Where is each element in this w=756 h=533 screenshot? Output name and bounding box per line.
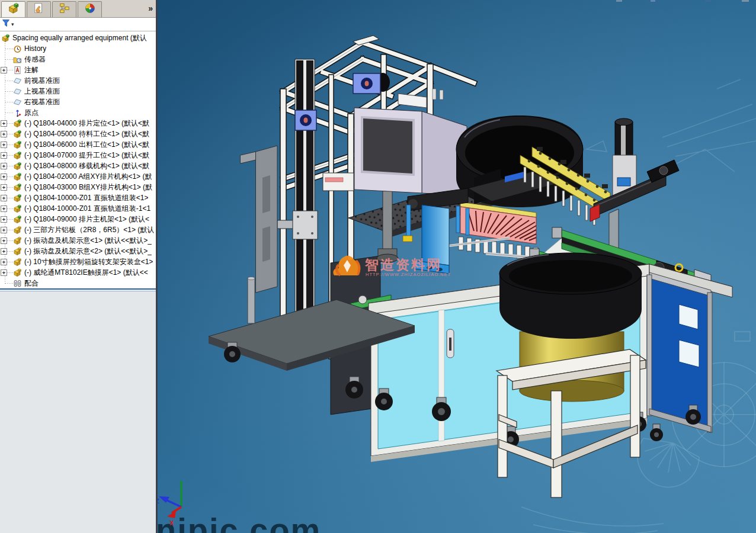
tree-expand-toggle[interactable]: +: [1, 152, 7, 159]
asm-yellow-icon: [13, 268, 22, 277]
tree-item[interactable]: +(-) 三部方片铝板（2R8，6R5）<1> (默认: [0, 224, 156, 235]
tree-item[interactable]: 传感器: [0, 54, 156, 65]
tree-connector: [5, 81, 13, 81]
panel-empty-area: [0, 292, 156, 533]
asm-green-icon: [13, 119, 22, 128]
tree-expand-toggle[interactable]: +: [1, 206, 7, 212]
tree-item[interactable]: +(-) Q1804-07000 提升工位<1> (默认<默: [0, 150, 156, 160]
tree-item[interactable]: Spacing equally arranged equipment (默认: [0, 33, 156, 43]
tree-expand-toggle[interactable]: +: [1, 142, 7, 148]
tree-item-label: Spacing equally arranged equipment (默认: [12, 33, 147, 43]
tab-displaymanager[interactable]: [78, 1, 102, 17]
tab-propertymanager[interactable]: [27, 1, 51, 17]
tree-item-label: (-) 振动盘及机架示意<1> (默认<<默认>_: [24, 236, 152, 246]
panel-tab-bar: »: [0, 0, 156, 18]
tree-item[interactable]: +(-) Q1804-09000 排片主机架<1> (默认<: [0, 214, 156, 224]
filter-dropdown-caret[interactable]: ▾: [11, 21, 14, 27]
origin-icon: [13, 108, 22, 117]
asm-green-icon: [13, 172, 22, 181]
tree-expand-toggle[interactable]: +: [1, 174, 7, 180]
plane-icon: [13, 87, 22, 96]
tree-item-label: (-) Q1804-05000 待料工位<1> (默认<默: [24, 129, 149, 139]
tree-item[interactable]: History: [0, 43, 156, 54]
tree-item[interactable]: +(-) Q1804-02000 A组XY排片机构<1> (默: [0, 171, 156, 182]
tree-item-label: History: [24, 44, 46, 53]
plane-icon: [13, 98, 22, 107]
tree-item-label: (-) Q1804-08000 移载机构<1> (默认<默: [24, 161, 149, 171]
tree-expand-toggle[interactable]: +: [1, 269, 7, 276]
tree-item[interactable]: +(-) 10寸触摸屏控制箱旋转支架安装盒<1>: [0, 256, 156, 267]
tree-item-label: (-) Q1804-09000 排片主机架<1> (默认<: [24, 214, 149, 224]
configurationmanager-icon: [59, 2, 71, 17]
tree-item[interactable]: +(-) Q1804-03000 B组XY排片机构<1> (默: [0, 182, 156, 192]
mates-icon: [13, 279, 22, 288]
tree-expand-toggle[interactable]: +: [1, 131, 7, 137]
tree-item-label: (-) 振动盘及机架示意<2> (默认<<默认>_: [24, 246, 152, 256]
tree-item-label: (-) Q1804-10000-Z01 直振轨道组装-1<1: [24, 204, 150, 214]
tree-expand-toggle[interactable]: +: [1, 184, 7, 191]
tree-item[interactable]: 上视基准面: [0, 86, 156, 97]
tree-expand-toggle[interactable]: +: [1, 259, 7, 265]
annotations-icon: [13, 66, 22, 75]
tree-item[interactable]: +(-) 威纶通MT8102IE触摸屏<1> (默认<<: [0, 267, 156, 278]
watermark-center: 智造资料网 HTTP://WWW.ZHIZAOZILIAO.NET: [333, 256, 451, 277]
history-icon: [13, 44, 22, 53]
tree-item-label: (-) Q1804-04000 排片定位<1> (默认<默: [24, 118, 149, 129]
tree-item-label: (-) Q1804-06000 出料工位<1> (默认<默: [24, 140, 149, 150]
tree-item-label: 配合: [24, 278, 39, 288]
tree-item-label: 右视基准面: [24, 97, 60, 107]
tree-item-label: 传感器: [24, 54, 46, 65]
displaymanager-icon: [84, 2, 96, 17]
tree-item[interactable]: +(-) 振动盘及机架示意<2> (默认<<默认>_: [0, 246, 156, 256]
tree-item-label: 注解: [24, 65, 39, 75]
tree-expand-toggle[interactable]: +: [1, 195, 7, 201]
asm-yellow-icon: [13, 226, 22, 235]
asm-green-icon: [13, 151, 22, 160]
tree-connector: [5, 49, 13, 49]
asm-yellow-icon: [13, 236, 22, 245]
plane-icon: [13, 76, 22, 85]
tree-item-label: (-) Q1804-07000 提升工位<1> (默认<默: [24, 150, 149, 160]
tree-item-label: (-) 10寸触摸屏控制箱旋转支架安装盒<1>: [24, 257, 153, 267]
asm-green-icon: [13, 183, 22, 192]
watermark-bottom: nipic.com: [156, 511, 321, 533]
asm-green-icon: [13, 162, 22, 171]
featuremanager-panel: » ▾ Spacing equally arranged equipment (…: [0, 0, 158, 533]
tree-item[interactable]: +注解: [0, 65, 156, 75]
tree-item[interactable]: +(-) Q1804-10000-Z01 直振轨道组装<1>: [0, 192, 156, 203]
tree-item[interactable]: +(-) 振动盘及机架示意<1> (默认<<默认>_: [0, 235, 156, 246]
asm-green-icon: [13, 140, 22, 149]
tree-expand-toggle[interactable]: +: [1, 227, 7, 233]
tree-item[interactable]: 配合: [0, 278, 156, 288]
solidworks-window: 智造资料网 HTTP://WWW.ZHIZAOZILIAO.NET nipic.…: [0, 0, 756, 533]
tree-expand-toggle[interactable]: +: [1, 120, 7, 127]
tree-item[interactable]: 右视基准面: [0, 97, 156, 107]
tab-configurationmanager[interactable]: [52, 1, 76, 17]
asm-yellow-icon: [13, 258, 22, 266]
tree-expand-toggle[interactable]: +: [1, 163, 7, 169]
tab-featuremanager[interactable]: [1, 1, 25, 17]
tree-item[interactable]: 前视基准面: [0, 75, 156, 86]
tree-item[interactable]: +(-) Q1804-06000 出料工位<1> (默认<默: [0, 139, 156, 150]
tree-item-label: (-) 威纶通MT8102IE触摸屏<1> (默认<<: [24, 268, 148, 278]
filter-funnel-icon: [2, 19, 11, 30]
tree-expand-toggle[interactable]: +: [1, 248, 7, 255]
tree-connector: [5, 283, 13, 284]
tree-item-label: (-) Q1804-02000 A组XY排片机构<1> (默: [24, 172, 152, 182]
tree-filter-row[interactable]: ▾: [0, 18, 156, 31]
tree-item[interactable]: +(-) Q1804-08000 移载机构<1> (默认<默: [0, 160, 156, 171]
tree-connector: [5, 113, 13, 113]
tree-item[interactable]: +(-) Q1804-10000-Z01 直振轨道组装-1<1: [0, 203, 156, 214]
tree-expand-toggle[interactable]: +: [1, 237, 7, 244]
panel-overflow-chevron[interactable]: »: [148, 4, 153, 13]
tree-item[interactable]: +(-) Q1804-05000 待料工位<1> (默认<默: [0, 129, 156, 139]
asm-green-icon: [13, 130, 22, 139]
triad-x-label: X: [169, 519, 174, 526]
tree-expand-toggle[interactable]: +: [1, 216, 7, 223]
tree-item-label: (-) Q1804-03000 B组XY排片机构<1> (默: [24, 182, 152, 192]
tree-item[interactable]: 原点: [0, 107, 156, 118]
tree-item[interactable]: +(-) Q1804-04000 排片定位<1> (默认<默: [0, 118, 156, 129]
propertymanager-icon: [33, 2, 45, 17]
tree-connector: [5, 91, 13, 92]
tree-expand-toggle[interactable]: +: [1, 67, 7, 73]
